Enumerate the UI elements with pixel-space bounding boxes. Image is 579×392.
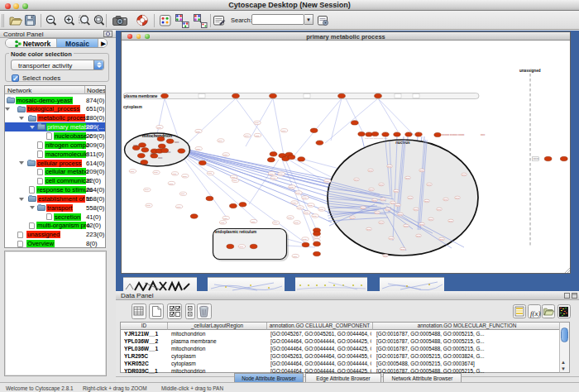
svg-text:xxxx: xxxx	[154, 171, 159, 174]
svg-text:xxxx: xxxx	[279, 173, 284, 175]
svg-text:xxxx: xxxx	[256, 135, 261, 137]
svg-text:xxxx: xxxx	[428, 218, 433, 221]
svg-text:xxxx: xxxx	[208, 172, 213, 174]
svg-text:xxxx: xxxx	[303, 197, 308, 199]
svg-text:xxxx: xxxx	[419, 170, 424, 172]
svg-text:xxxx: xxxx	[369, 189, 374, 191]
svg-text:xxxx: xxxx	[389, 237, 394, 240]
svg-text:xxxx: xxxx	[183, 175, 188, 178]
svg-text:xxxx: xxxx	[424, 200, 429, 203]
svg-text:xxxx: xxxx	[271, 177, 276, 179]
svg-text:xxxx: xxxx	[158, 157, 163, 160]
svg-text:xxxx: xxxx	[383, 255, 388, 257]
svg-text:f(x): f(x)	[530, 309, 541, 318]
svg-text:xxxx: xxxx	[151, 153, 156, 155]
svg-text:xxxx: xxxx	[313, 215, 318, 218]
svg-text:xxxx: xxxx	[251, 221, 256, 223]
svg-text:xxxx: xxxx	[314, 236, 319, 238]
svg-text:xxxx: xxxx	[416, 235, 421, 237]
svg-text:xxxx: xxxx	[481, 134, 486, 136]
svg-text:xxxx: xxxx	[245, 135, 250, 137]
svg-text:xxxx: xxxx	[145, 189, 150, 191]
svg-text:cytoplasm: cytoplasm	[123, 105, 142, 109]
svg-text:xxxx: xxxx	[439, 238, 444, 241]
svg-text:xxxx: xxxx	[290, 186, 294, 189]
svg-text:xxxx: xxxx	[437, 208, 442, 211]
svg-text:xxxx: xxxx	[180, 193, 185, 195]
svg-text:xxxx: xxxx	[130, 170, 135, 173]
svg-text:xxxx: xxxx	[387, 165, 392, 168]
svg-text:xxxx: xxxx	[282, 130, 287, 132]
svg-text:xxxx: xxxx	[196, 148, 201, 151]
svg-text:xxxx: xxxx	[361, 207, 366, 209]
svg-text:xxxx: xxxx	[169, 183, 174, 185]
svg-text:xxxx: xxxx	[375, 212, 380, 214]
svg-text:xxxx: xxxx	[400, 248, 405, 251]
svg-text:xxxx: xxxx	[303, 238, 308, 241]
svg-text:xxxx: xxxx	[427, 184, 432, 186]
svg-text:xxxx: xxxx	[296, 192, 301, 194]
svg-text:xxxx: xxxx	[175, 141, 179, 144]
svg-text:xxxx: xxxx	[394, 190, 399, 193]
svg-text:xxxx: xxxx	[408, 197, 413, 199]
svg-text:xxxx: xxxx	[304, 212, 309, 214]
svg-text:xxxx: xxxx	[133, 145, 138, 147]
svg-text:xxxx: xxxx	[173, 173, 178, 175]
svg-text:xxxxx: xxxxx	[534, 158, 539, 160]
svg-text:xxxx: xxxx	[292, 202, 297, 204]
svg-text:xxxx: xxxx	[255, 122, 260, 124]
svg-text:xxxx: xxxx	[221, 222, 226, 224]
svg-text:xxxx: xxxx	[274, 222, 279, 224]
svg-text:xxxx: xxxx	[319, 208, 324, 211]
svg-text:xxxx: xxxx	[350, 217, 355, 219]
svg-text:xxxx: xxxx	[455, 197, 460, 199]
svg-text:endoplasmic reticulum: endoplasmic reticulum	[215, 230, 256, 234]
svg-text:xxxx: xxxx	[325, 180, 330, 183]
svg-text:xxxxxxx xxxxxxx xxxxxx: xxxxxxx xxxxxxx xxxxxx	[442, 134, 465, 136]
svg-text:xxxx: xxxx	[462, 174, 467, 176]
svg-text:xxxx: xxxx	[298, 207, 303, 209]
svg-text:xxxx: xxxx	[223, 218, 228, 220]
svg-text:xxxx: xxxx	[177, 206, 182, 208]
svg-text:xxxx: xxxx	[293, 256, 298, 258]
svg-text:xxxx: xxxx	[379, 222, 384, 224]
svg-text:unassigned: unassigned	[519, 69, 541, 73]
svg-text:xxxx: xxxx	[270, 173, 275, 175]
svg-text:xxxx: xxxx	[405, 177, 410, 179]
svg-text:xxxx: xxxx	[218, 140, 223, 142]
svg-text:xxxx: xxxx	[288, 217, 293, 219]
svg-text:xxxx: xxxx	[166, 151, 171, 154]
svg-text:plasma membrane: plasma membrane	[124, 94, 158, 98]
svg-text:xxxx: xxxx	[157, 127, 162, 129]
svg-text:xxxx: xxxx	[448, 220, 453, 222]
svg-text:xxxx: xxxx	[232, 176, 237, 179]
svg-text:xxxx: xxxx	[143, 164, 148, 166]
svg-text:xxxx: xxxx	[390, 202, 395, 204]
svg-text:xxxx: xxxx	[398, 213, 403, 216]
svg-text:xxxx: xxxx	[443, 198, 448, 201]
svg-text:xxxx: xxxx	[419, 223, 424, 226]
svg-text:xxxx: xxxx	[395, 204, 400, 207]
svg-text:xxxx: xxxx	[380, 198, 385, 201]
svg-text:xxxx: xxxx	[233, 179, 238, 182]
svg-text:xxxx: xxxx	[239, 246, 244, 248]
svg-text:xxxx: xxxx	[146, 204, 151, 207]
svg-text:xxxx: xxxx	[223, 154, 228, 156]
svg-text:xxxx: xxxx	[385, 208, 390, 211]
svg-text:xxxx: xxxx	[372, 199, 377, 202]
svg-text:xxxx: xxxx	[294, 222, 299, 224]
svg-text:xxxx: xxxx	[196, 131, 201, 133]
svg-text:xxxx: xxxx	[155, 135, 160, 137]
svg-text:xxxx: xxxx	[309, 204, 313, 207]
svg-text:nucleus: nucleus	[395, 141, 410, 145]
svg-text:xxxx: xxxx	[414, 208, 419, 211]
svg-text:xxxx: xxxx	[366, 228, 371, 231]
svg-text:xxxx xxxx xxxx xxxxx xxxx: xxxx xxxx xxxx xxxxx xxxx	[365, 137, 389, 140]
svg-text:xxxx: xxxx	[379, 184, 384, 186]
svg-text:xxxx: xxxx	[354, 179, 359, 181]
svg-text:xxxx: xxxx	[404, 225, 409, 227]
svg-text:xxxx: xxxx	[368, 170, 373, 172]
